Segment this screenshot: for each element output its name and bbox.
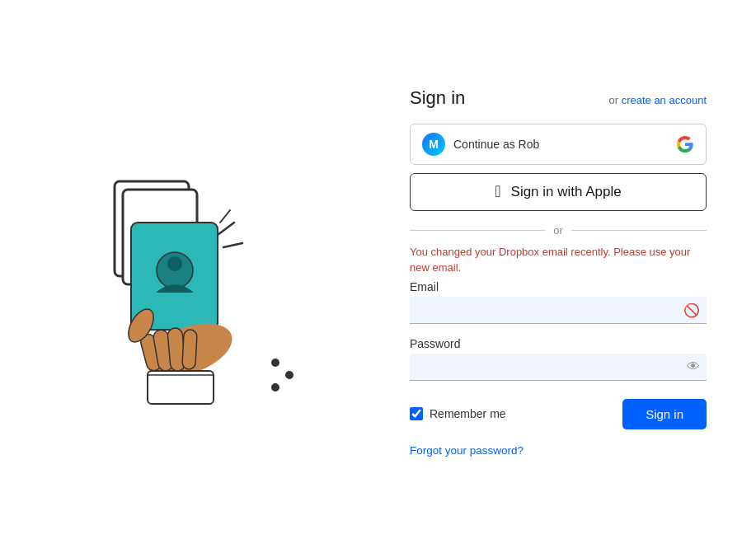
remember-row: Remember me Sign in	[410, 399, 707, 429]
svg-line-13	[218, 223, 234, 235]
sign-in-apple-button[interactable]:  Sign in with Apple	[410, 173, 707, 211]
create-account-link[interactable]: create an account	[622, 94, 707, 106]
google-icon	[676, 135, 694, 153]
remember-me-checkbox[interactable]	[410, 407, 423, 420]
sign-in-title: Sign in	[410, 87, 465, 109]
svg-point-17	[285, 371, 293, 379]
svg-point-18	[271, 383, 279, 392]
apple-icon: 	[495, 183, 500, 199]
remember-me-label: Remember me	[430, 407, 506, 420]
email-field-wrapper: 🚫	[410, 297, 707, 324]
or-divider: or	[410, 224, 707, 237]
illustration-panel	[0, 115, 393, 429]
password-label: Password	[410, 337, 707, 350]
create-account-text: or create an account	[608, 94, 707, 106]
or-text: or	[553, 224, 563, 237]
apple-button-label: Sign in with Apple	[511, 184, 622, 200]
email-clear-icon[interactable]: 🚫	[683, 302, 700, 318]
email-label: Email	[410, 280, 707, 293]
continue-google-label: Continue as Rob	[453, 138, 539, 151]
page-container: Sign in or create an account M Continue …	[0, 0, 756, 544]
form-panel: Sign in or create an account M Continue …	[393, 54, 756, 489]
password-input[interactable]	[410, 354, 707, 381]
svg-rect-11	[148, 371, 214, 404]
sign-in-header: Sign in or create an account	[410, 87, 707, 109]
error-message: You changed your Dropbox email recently.…	[410, 245, 707, 274]
divider-line-right	[571, 230, 707, 231]
svg-point-16	[271, 359, 279, 367]
illustration-svg	[65, 132, 329, 412]
svg-point-4	[167, 256, 182, 271]
password-toggle-icon[interactable]: 👁	[687, 359, 700, 374]
svg-line-14	[223, 243, 242, 247]
email-input[interactable]	[410, 297, 707, 324]
sign-in-button[interactable]: Sign in	[622, 399, 707, 429]
svg-rect-9	[181, 330, 196, 370]
password-field-wrapper: 👁	[410, 354, 707, 381]
continue-google-button[interactable]: M Continue as Rob	[410, 124, 707, 165]
divider-line-left	[410, 230, 545, 231]
forgot-password-link[interactable]: Forgot your password?	[410, 444, 707, 457]
meta-icon: M	[422, 133, 445, 156]
svg-line-15	[220, 210, 230, 223]
